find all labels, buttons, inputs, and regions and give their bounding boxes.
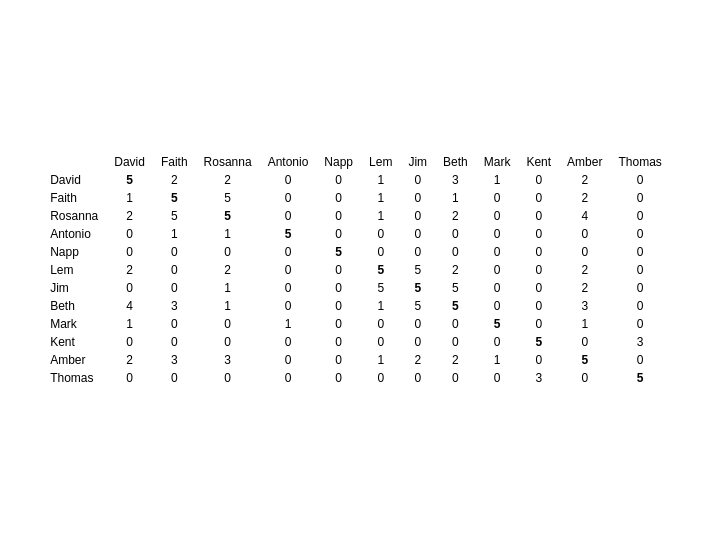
table-cell: 0 — [559, 333, 610, 351]
table-cell: 0 — [106, 369, 153, 387]
table-row: David522001031020 — [50, 171, 670, 189]
table-cell: 0 — [518, 189, 559, 207]
table-cell: 0 — [559, 369, 610, 387]
table-cell: 0 — [400, 369, 435, 387]
table-cell: 3 — [610, 333, 669, 351]
table-cell: 0 — [610, 207, 669, 225]
table-cell: 5 — [476, 315, 519, 333]
table-cell: 0 — [153, 261, 196, 279]
table-cell: 0 — [153, 333, 196, 351]
table-cell: 1 — [476, 171, 519, 189]
row-label-jim: Jim — [50, 279, 106, 297]
table-cell: 0 — [476, 243, 519, 261]
table-cell: 0 — [435, 225, 476, 243]
table-cell: 0 — [316, 261, 361, 279]
table-cell: 0 — [435, 315, 476, 333]
table-cell: 0 — [196, 315, 260, 333]
table-cell: 5 — [559, 351, 610, 369]
col-header-antonio: Antonio — [260, 153, 317, 171]
table-cell: 0 — [316, 189, 361, 207]
table-cell: 0 — [361, 333, 400, 351]
col-header-napp: Napp — [316, 153, 361, 171]
table-cell: 0 — [610, 297, 669, 315]
table-cell: 0 — [316, 279, 361, 297]
table-cell: 0 — [435, 369, 476, 387]
table-cell: 1 — [196, 279, 260, 297]
table-cell: 5 — [435, 297, 476, 315]
table-cell: 0 — [400, 243, 435, 261]
table-cell: 0 — [361, 369, 400, 387]
table-cell: 0 — [400, 171, 435, 189]
table-cell: 0 — [316, 171, 361, 189]
table-cell: 1 — [153, 225, 196, 243]
table-cell: 0 — [106, 279, 153, 297]
table-cell: 0 — [518, 261, 559, 279]
table-row: Lem202005520020 — [50, 261, 670, 279]
table-cell: 0 — [610, 171, 669, 189]
table-cell: 1 — [361, 189, 400, 207]
table-cell: 0 — [260, 207, 317, 225]
table-cell: 1 — [559, 315, 610, 333]
row-label-kent: Kent — [50, 333, 106, 351]
table-cell: 5 — [518, 333, 559, 351]
table-cell: 3 — [435, 171, 476, 189]
table-cell: 0 — [476, 207, 519, 225]
table-row: Kent000000000503 — [50, 333, 670, 351]
table-cell: 5 — [400, 279, 435, 297]
table-cell: 0 — [316, 351, 361, 369]
table-cell: 0 — [610, 351, 669, 369]
table-cell: 4 — [106, 297, 153, 315]
table-cell: 0 — [316, 333, 361, 351]
table-row: Antonio011500000000 — [50, 225, 670, 243]
table-cell: 0 — [260, 171, 317, 189]
table-cell: 0 — [518, 225, 559, 243]
table-cell: 0 — [260, 297, 317, 315]
table-cell: 1 — [476, 351, 519, 369]
table-cell: 0 — [106, 243, 153, 261]
table-cell: 5 — [153, 189, 196, 207]
table-cell: 2 — [559, 261, 610, 279]
data-table: DavidFaithRosannaAntonioNappLemJimBethMa… — [50, 153, 670, 387]
table-cell: 0 — [153, 243, 196, 261]
table-cell: 3 — [153, 351, 196, 369]
table-cell: 0 — [400, 333, 435, 351]
table-cell: 0 — [518, 351, 559, 369]
table-cell: 1 — [361, 297, 400, 315]
table-cell: 1 — [106, 189, 153, 207]
table-cell: 5 — [106, 171, 153, 189]
table-row: Napp000050000000 — [50, 243, 670, 261]
table-cell: 2 — [106, 261, 153, 279]
col-header-rosanna: Rosanna — [196, 153, 260, 171]
table-cell: 0 — [610, 279, 669, 297]
table-cell: 1 — [435, 189, 476, 207]
table-cell: 0 — [316, 207, 361, 225]
col-header-amber: Amber — [559, 153, 610, 171]
table-row: Mark100100005010 — [50, 315, 670, 333]
table-cell: 0 — [260, 351, 317, 369]
table-cell: 0 — [476, 189, 519, 207]
table-cell: 2 — [106, 351, 153, 369]
table-cell: 0 — [260, 369, 317, 387]
col-header-kent: Kent — [518, 153, 559, 171]
table-cell: 0 — [476, 261, 519, 279]
table-cell: 2 — [196, 171, 260, 189]
table-cell: 2 — [106, 207, 153, 225]
table-cell: 5 — [316, 243, 361, 261]
col-header-jim: Jim — [400, 153, 435, 171]
table-row: Amber233001221050 — [50, 351, 670, 369]
main-container: DavidFaithRosannaAntonioNappLemJimBethMa… — [30, 133, 690, 407]
table-cell: 1 — [196, 297, 260, 315]
table-cell: 0 — [361, 243, 400, 261]
table-cell: 2 — [435, 261, 476, 279]
table-cell: 0 — [518, 279, 559, 297]
table-cell: 0 — [476, 225, 519, 243]
table-cell: 5 — [610, 369, 669, 387]
table-cell: 5 — [260, 225, 317, 243]
table-cell: 0 — [610, 243, 669, 261]
row-label-amber: Amber — [50, 351, 106, 369]
table-cell: 0 — [316, 315, 361, 333]
table-cell: 1 — [106, 315, 153, 333]
table-cell: 0 — [153, 369, 196, 387]
table-cell: 0 — [476, 279, 519, 297]
table-cell: 0 — [196, 333, 260, 351]
